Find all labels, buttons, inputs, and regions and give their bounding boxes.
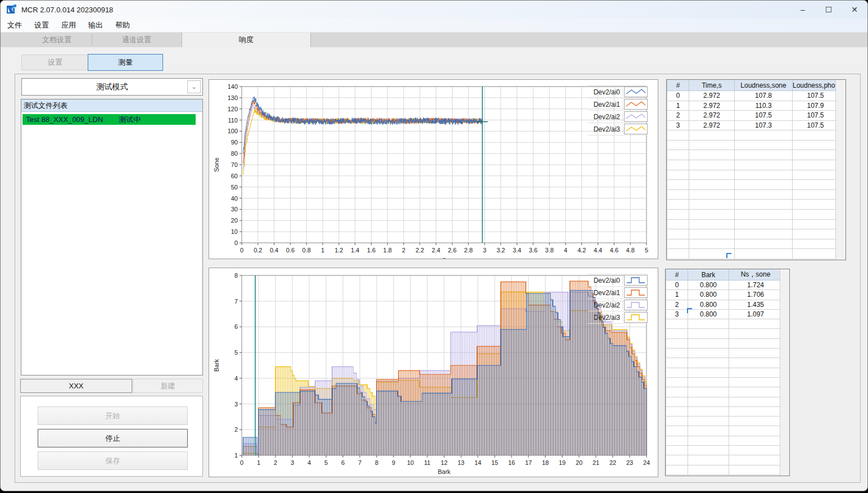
svg-text:5: 5 [645, 247, 648, 254]
test-mode-select[interactable]: 测试模式 ⌄ [21, 78, 203, 96]
table-cell [688, 397, 729, 406]
menu-file[interactable]: 文件 [2, 19, 28, 31]
svg-text:0.2: 0.2 [254, 247, 262, 254]
svg-text:4.8: 4.8 [626, 247, 635, 254]
close-button[interactable]: ✕ [842, 1, 867, 19]
table-cell [729, 465, 783, 474]
table-row[interactable] [667, 160, 839, 170]
table-cell: 2 [666, 300, 688, 309]
table-cell [793, 189, 839, 200]
table-cell: 0.800 [688, 281, 729, 290]
table-row[interactable] [666, 377, 783, 387]
subtab-measure-button[interactable]: 测量 [88, 54, 163, 71]
save-button[interactable]: 保存 [38, 451, 188, 470]
svg-text:23: 23 [626, 459, 633, 466]
table-row[interactable] [666, 358, 783, 368]
minimize-button[interactable]: – [790, 1, 816, 19]
svg-text:3.6: 3.6 [529, 247, 537, 254]
stop-button[interactable]: 停止 [38, 429, 188, 447]
table-row[interactable] [666, 406, 783, 416]
table-row[interactable] [667, 130, 839, 141]
table-cell: 2.972 [689, 120, 735, 130]
table-row[interactable]: 30.8001.097 [666, 309, 783, 319]
table-row[interactable] [666, 436, 783, 445]
menu-settings[interactable]: 设置 [29, 19, 55, 31]
tab-document-settings[interactable]: 文档设置 [22, 33, 92, 47]
table-cell [667, 150, 689, 160]
table-row[interactable] [667, 140, 839, 150]
table-row[interactable] [667, 180, 839, 190]
table-cell [688, 436, 729, 445]
x-axis-label: s [442, 256, 446, 259]
table-cell [666, 397, 688, 406]
table-cell [793, 239, 839, 249]
table-row[interactable] [667, 209, 839, 219]
svg-text:30: 30 [231, 206, 238, 212]
table-row[interactable] [666, 338, 783, 348]
table-cell [729, 349, 783, 358]
table-row[interactable] [666, 417, 783, 426]
window-controls: – ☐ ✕ [790, 1, 867, 19]
table-row[interactable] [667, 239, 839, 249]
table-row[interactable] [666, 397, 783, 406]
svg-text:8: 8 [234, 272, 238, 279]
table-row[interactable] [667, 150, 839, 160]
table-row[interactable]: 12.972110.3107.9 [667, 101, 839, 111]
tab-channel-settings[interactable]: 通道设置 [92, 33, 182, 47]
svg-text:24: 24 [643, 459, 650, 466]
table-row[interactable] [666, 319, 783, 329]
table-row[interactable] [667, 189, 839, 200]
table-cell [729, 368, 783, 377]
start-button[interactable]: 开始 [38, 406, 188, 425]
table-row[interactable] [666, 455, 783, 465]
maximize-button[interactable]: ☐ [816, 1, 842, 19]
tab-loudness[interactable]: 响度 [182, 33, 311, 47]
svg-text:18: 18 [542, 459, 549, 466]
table-row[interactable] [666, 446, 783, 455]
loudness-time-chart-panel[interactable]: 00.20.40.60.811.21.41.61.822.22.42.62.83… [209, 79, 658, 259]
table-cell [689, 189, 735, 200]
table-row[interactable] [667, 200, 839, 210]
table-row[interactable] [666, 387, 783, 397]
svg-text:20: 20 [231, 217, 238, 224]
selection-mark [687, 308, 692, 313]
table-scrollbar-track[interactable] [780, 269, 789, 476]
table-cell [688, 446, 729, 455]
table-row[interactable]: 00.8001.724 [666, 281, 783, 290]
table-row[interactable] [666, 349, 783, 358]
new-button[interactable]: 新建 [133, 379, 203, 393]
table-row[interactable] [667, 219, 839, 229]
table-row[interactable]: 32.972107.3107.5 [667, 120, 839, 130]
table-scrollbar-track[interactable] [835, 80, 846, 260]
table-row[interactable] [667, 249, 839, 259]
table-row[interactable] [666, 465, 783, 474]
svg-text:120: 120 [228, 106, 238, 112]
table-cell [667, 219, 689, 229]
table-row[interactable]: 10.8001.706 [666, 290, 783, 300]
table-cell: 107.5 [793, 111, 839, 121]
subtab-settings-button[interactable]: 设置 [21, 55, 89, 70]
table-cell [729, 338, 783, 348]
table-row[interactable]: 22.972107.5107.5 [667, 111, 839, 121]
table-row[interactable] [666, 329, 783, 338]
table-row[interactable]: 20.8001.435 [666, 300, 783, 309]
xxx-button[interactable]: XXX [20, 379, 132, 393]
table-cell [689, 170, 735, 180]
bark-spectrum-chart-panel[interactable]: 0123456789101112131415161718192021222324… [209, 268, 658, 477]
menu-help[interactable]: 帮助 [110, 19, 135, 31]
table-cell [729, 417, 783, 426]
x-axis-label: Bark [438, 468, 451, 475]
menu-output[interactable]: 输出 [83, 19, 108, 31]
table-row[interactable] [666, 426, 783, 436]
table-row[interactable] [666, 368, 783, 377]
table-row[interactable]: 02.972107.8107.5 [667, 91, 839, 101]
table-row[interactable] [667, 229, 839, 239]
table-row[interactable] [667, 170, 839, 180]
table-cell [729, 446, 783, 455]
table-cell [666, 465, 688, 474]
svg-text:9: 9 [392, 459, 395, 466]
menu-apply[interactable]: 应用 [56, 19, 82, 31]
table-cell [689, 239, 735, 249]
test-file-list-item[interactable]: Test 88_XXX_009_LDN测试中 [22, 114, 196, 125]
table-cell [735, 200, 793, 210]
